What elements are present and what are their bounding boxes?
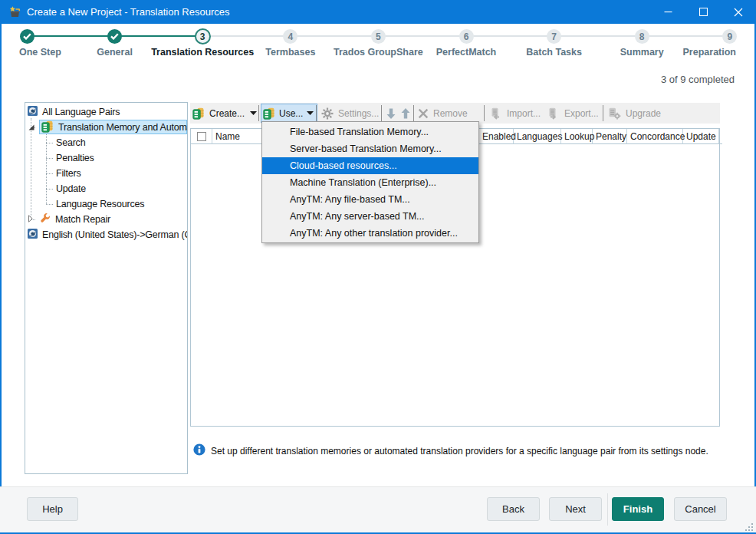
tree-item-match-repair[interactable]: Match Repair (25, 212, 187, 227)
step-label-5: Trados GroupShare (334, 47, 423, 58)
back-button[interactable]: Back (487, 497, 540, 521)
settings-button[interactable]: Settings... (321, 104, 379, 123)
translation-memory-icon (263, 107, 275, 120)
info-row: Set up different translation memories or… (193, 443, 708, 459)
titlebar: Create a New Project - Translation Resou… (0, 0, 756, 24)
step-label-3: Translation Resources (151, 47, 254, 58)
arrow-up-icon (399, 107, 412, 120)
gear-icon (321, 107, 334, 120)
dialog-window: Create a New Project - Translation Resou… (0, 0, 756, 534)
toolbar: Create...Use...Settings...RemoveImport..… (190, 103, 720, 124)
menu-item-anytm-any-other-translation-provider[interactable]: AnyTM: Any other translation provider... (262, 225, 478, 242)
step-label-1: One Step (19, 47, 61, 58)
finish-button[interactable]: Finish (612, 497, 664, 521)
use-dropdown-menu: File-based Translation Memory...Server-b… (261, 121, 479, 243)
tree-item-label: All Language Pairs (42, 107, 120, 117)
language-pairs-icon (28, 229, 38, 241)
tree-item-language-resources[interactable]: Language Resources (25, 196, 187, 212)
settings-tree: All Language PairsTranslation Memory and… (25, 102, 188, 474)
column-header-Penalty[interactable]: Penalty (593, 129, 627, 144)
toolbar-separator (258, 105, 259, 121)
step-circle-8: 8 (635, 29, 649, 44)
toolbar-button-label: Import... (507, 108, 541, 119)
menu-item-file-based-translation-memory[interactable]: File-based Translation Memory... (262, 124, 478, 140)
header-checkbox-cell (191, 129, 212, 144)
tree-item-all-language-pairs[interactable]: All Language Pairs (25, 104, 187, 120)
toolbar-separator (316, 105, 317, 121)
close-button[interactable] (721, 0, 756, 24)
menu-item-anytm-any-file-based-tm[interactable]: AnyTM: Any file-based TM... (262, 191, 478, 208)
export-button[interactable]: Export... (547, 104, 599, 123)
menu-item-anytm-any-server-based-tm[interactable]: AnyTM: Any server-based TM... (262, 208, 478, 225)
menu-item-server-based-translation-memory[interactable]: Server-based Translation Memory... (262, 140, 478, 157)
maximize-button[interactable] (685, 0, 721, 24)
create-button[interactable]: Create... (192, 104, 257, 123)
wizard-progress-text: 3 of 9 completed (661, 74, 735, 85)
toolbar-button-label: Settings... (338, 108, 379, 119)
toolbar-button-label: Upgrade (626, 108, 661, 119)
toolbar-button-label: Use... (279, 108, 303, 119)
expander-collapsed-icon[interactable] (28, 214, 33, 225)
step-circle-3: 3 (195, 28, 211, 44)
tree-item-label: Update (56, 183, 86, 194)
toolbar-separator (603, 105, 603, 121)
step-circle-5: 5 (371, 29, 386, 44)
tree-item-filters[interactable]: Filters (25, 166, 187, 181)
use-button[interactable]: Use... (261, 104, 317, 123)
toolbar-separator (381, 105, 382, 121)
info-icon (193, 443, 205, 459)
step-circle-7: 7 (547, 29, 561, 44)
tree-item-search[interactable]: Search (25, 135, 187, 150)
step-label-2: General (97, 47, 133, 58)
import-button[interactable]: Import... (489, 104, 541, 123)
column-header-Enabled[interactable]: Enabled (479, 129, 514, 144)
remove-button[interactable]: Remove (418, 104, 468, 123)
caret-down-icon (250, 111, 257, 115)
column-header-Lookup[interactable]: Lookup (561, 129, 593, 144)
cancel-button[interactable]: Cancel (674, 497, 727, 521)
footer-divider (607, 493, 608, 526)
info-text: Set up different translation memories or… (211, 446, 708, 457)
app-icon (8, 5, 21, 18)
column-header-filler (719, 129, 722, 144)
upgrade-button[interactable]: Upgrade (608, 104, 661, 123)
footer: Help Back Next Finish Cancel (0, 486, 756, 532)
tree-item-penalties[interactable]: Penalties (25, 150, 187, 166)
tree-item-english-united-states-german-ge[interactable]: English (United States)->German (Ge (25, 227, 187, 242)
minimize-button[interactable] (650, 0, 685, 24)
menu-item-machine-translation-enterprise[interactable]: Machine Translation (Enterprise)... (262, 174, 478, 191)
tree-item-label: Match Repair (55, 214, 110, 225)
select-all-checkbox[interactable] (197, 132, 206, 141)
menu-item-cloud-based-resources[interactable]: Cloud-based resources... (262, 157, 478, 174)
expander-expanded-icon[interactable] (28, 122, 35, 133)
column-header-Languages[interactable]: Languages (514, 129, 561, 144)
language-pairs-icon (28, 106, 38, 118)
step-circle-1 (20, 29, 35, 44)
tree-item-label: Translation Memory and Automa (58, 122, 187, 133)
tree-item-label: Language Resources (56, 199, 144, 209)
move-down-button[interactable] (385, 104, 397, 123)
next-button[interactable]: Next (549, 497, 602, 521)
step-circle-9: 9 (722, 29, 737, 44)
tree-item-label: Search (56, 137, 85, 148)
tree-item-label: Filters (56, 168, 81, 179)
step-circle-6: 6 (459, 29, 474, 44)
translation-memory-icon (192, 107, 205, 120)
move-up-button[interactable] (399, 104, 412, 123)
help-button[interactable]: Help (27, 497, 78, 521)
toolbar-button-label: Create... (209, 108, 245, 119)
window-title: Create a New Project - Translation Resou… (27, 6, 229, 18)
tree-item-translation-memory-and-automa[interactable]: Translation Memory and Automa (25, 120, 187, 135)
toolbar-button-label: Export... (564, 108, 599, 119)
step-label-6: PerfectMatch (436, 47, 497, 58)
column-header-Update[interactable]: Update (683, 129, 719, 144)
check-icon (110, 31, 119, 42)
tree-item-update[interactable]: Update (25, 181, 187, 196)
step-label-8: Summary (620, 47, 664, 58)
translation-memory-icon (41, 120, 54, 135)
check-icon (23, 31, 31, 42)
step-label-4: Termbases (265, 47, 315, 58)
step-circle-4: 4 (283, 29, 297, 44)
resize-grip[interactable] (744, 521, 754, 530)
column-header-Concordance[interactable]: Concordance (627, 129, 683, 144)
